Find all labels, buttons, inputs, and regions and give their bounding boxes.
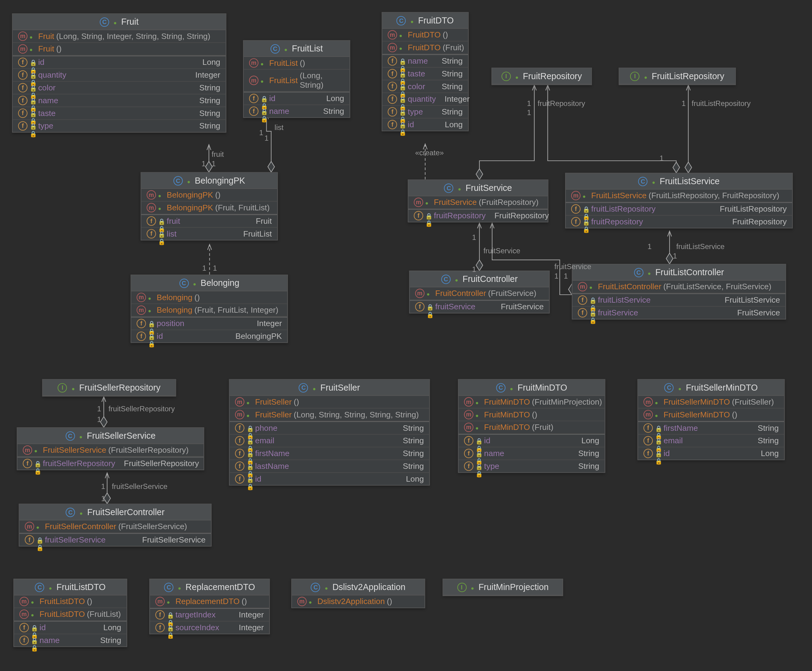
method-row: m FruitMinDTO (FruitMinProjection) [459, 396, 605, 409]
class-icon: C [35, 582, 44, 592]
class-FruitSellerRepository[interactable]: I FruitSellerRepository [42, 379, 176, 397]
field-row: f🔒 id Long [459, 435, 605, 448]
visibility-icon: 🔒 [476, 450, 482, 456]
field-row: f🔒 id Long [382, 118, 468, 131]
method-params: () [443, 30, 448, 39]
m-icon: m [235, 397, 245, 407]
method-name: FruitList [269, 58, 298, 68]
method-name: FruitListDTO [39, 610, 85, 619]
field-type: Long [754, 449, 779, 458]
class-title: C FruitListController [572, 264, 785, 281]
class-FruitListDTO[interactable]: C FruitListDTO m FruitListDTO () m Fruit… [14, 579, 127, 647]
class-FruitListController[interactable]: C FruitListController m FruitListControl… [572, 264, 786, 320]
class-title: C Dslistv2Application [292, 579, 425, 596]
class-FruitSellerService[interactable]: C FruitSellerService m FruitSellerServic… [17, 427, 204, 470]
class-title: I FruitRepository [492, 68, 591, 84]
field-type: String [751, 436, 779, 445]
class-title: I FruitMinProjection [443, 579, 562, 596]
method-row: m FruitListDTO (FruitList) [14, 608, 127, 621]
method-params: (Fruit, FruitList) [215, 203, 270, 213]
class-Belonging[interactable]: C Belonging m Belonging () m Belonging (… [131, 274, 288, 343]
class-ReplacementDTO[interactable]: C ReplacementDTO m ReplacementDTO () f🔒 … [149, 579, 270, 634]
f-icon: f [388, 120, 397, 129]
method-params: (FruitListRepository, FruitRepository) [649, 191, 779, 200]
field-name: list [167, 229, 177, 238]
class-FruitListRepository[interactable]: I FruitListRepository [619, 68, 736, 85]
method-params: () [87, 597, 93, 606]
class-FruitService[interactable]: C FruitService m FruitService (FruitRepo… [408, 180, 549, 223]
method-row: m FruitListService (FruitListRepository,… [566, 190, 792, 203]
field-name: name [484, 449, 504, 458]
f-icon: f [137, 319, 146, 328]
field-row: f🔒 color String [382, 80, 468, 93]
visibility-icon: 🔒 [29, 123, 36, 129]
visibility-icon [158, 191, 165, 198]
connector-label: fruit [212, 150, 224, 158]
field-row: f🔒 fruitSellerRepository FruitSellerRepo… [17, 458, 204, 470]
field-row: f🔒 quantity Integer [382, 93, 468, 106]
class-FruitMinDTO[interactable]: C FruitMinDTO m FruitMinDTO (FruitMinPro… [458, 379, 605, 473]
visibility-icon [260, 60, 267, 66]
connector-label: 1 [527, 99, 531, 107]
field-type: String [193, 121, 220, 131]
class-FruitSellerController[interactable]: C FruitSellerController m FruitSellerCon… [19, 504, 212, 547]
class-FruitMinProjection[interactable]: I FruitMinProjection [443, 579, 563, 596]
class-title: C FruitSellerService [17, 428, 204, 444]
class-FruitSellerMinDTO[interactable]: C FruitSellerMinDTO m FruitSellerMinDTO … [637, 379, 785, 460]
method-name: Fruit [38, 31, 54, 41]
method-name: ReplacementDTO [175, 597, 240, 606]
class-title: C Belonging [131, 275, 287, 291]
field-row: f🔒 name String [13, 94, 226, 107]
f-icon: f [644, 449, 653, 458]
visibility-icon [655, 411, 662, 418]
visibility-icon: 🔒 [29, 72, 36, 78]
field-name: targetIndex [175, 610, 216, 620]
class-title: C FruitSellerController [19, 504, 211, 521]
m-icon: m [249, 76, 258, 85]
class-name: FruitSellerRepository [79, 382, 160, 392]
field-name: fruitSellerRepository [43, 459, 116, 468]
method-params: (FruitSeller) [732, 397, 774, 407]
class-BelongingPK[interactable]: C BelongingPK m BelongingPK () m Belongi… [141, 172, 278, 240]
field-type: String [193, 83, 220, 92]
method-name: FruitSeller [255, 410, 292, 419]
visibility-icon [425, 199, 432, 206]
method-params: () [294, 397, 299, 407]
connector-label: 1 [213, 264, 217, 272]
method-row: m ReplacementDTO () [150, 596, 269, 608]
field-row: f🔒 fruitListService FruitListService [572, 294, 785, 307]
field-name: phone [255, 423, 277, 433]
method-name: FruitSellerMinDTO [664, 410, 730, 419]
field-row: f🔒 fruitService FruitService [572, 307, 785, 319]
field-name: firstName [664, 423, 698, 433]
method-params: (Long, String, String, String, String) [294, 410, 419, 419]
visibility-icon [246, 411, 253, 418]
visibility-icon: 🔒 [583, 206, 589, 212]
class-title: C FruitSellerMinDTO [638, 380, 784, 396]
f-icon: f [18, 96, 27, 106]
f-icon: f [19, 623, 29, 632]
class-FruitDTO[interactable]: C FruitDTO m FruitDTO () m FruitDTO (Fru… [382, 12, 469, 131]
class-icon: C [299, 383, 308, 392]
f-icon: f [18, 108, 27, 118]
visibility-icon: 🔒 [29, 84, 36, 91]
class-FruitListService[interactable]: C FruitListService m FruitListService (F… [565, 173, 793, 229]
field-name: quantity [38, 70, 66, 80]
field-row: f🔒 firstName String [638, 422, 784, 435]
connector-label: fruitSellerRepository [108, 405, 175, 412]
method-params: (Fruit) [532, 422, 553, 432]
field-type: String [435, 69, 463, 78]
class-Dslistv2Application[interactable]: C Dslistv2Application m Dslistv2Applicat… [291, 579, 425, 608]
method-row: m FruitMinDTO () [459, 409, 605, 421]
class-name: FruitListRepository [652, 71, 724, 81]
m-icon: m [571, 191, 581, 200]
method-row: m Belonging (Fruit, FruitList, Integer) [131, 304, 287, 317]
class-FruitController[interactable]: C FruitController m FruitController (Fru… [409, 271, 550, 313]
class-FruitList[interactable]: C FruitList m FruitList () m FruitList (… [243, 40, 350, 118]
field-name: fruitService [598, 308, 638, 318]
class-FruitSeller[interactable]: C FruitSeller m FruitSeller () m FruitSe… [229, 379, 430, 485]
class-FruitRepository[interactable]: I FruitRepository [491, 68, 592, 85]
method-row: m BelongingPK (Fruit, FruitList) [141, 201, 277, 215]
class-Fruit[interactable]: C Fruit m Fruit (Long, String, Integer, … [12, 14, 226, 133]
class-name: FruitController [463, 274, 518, 284]
